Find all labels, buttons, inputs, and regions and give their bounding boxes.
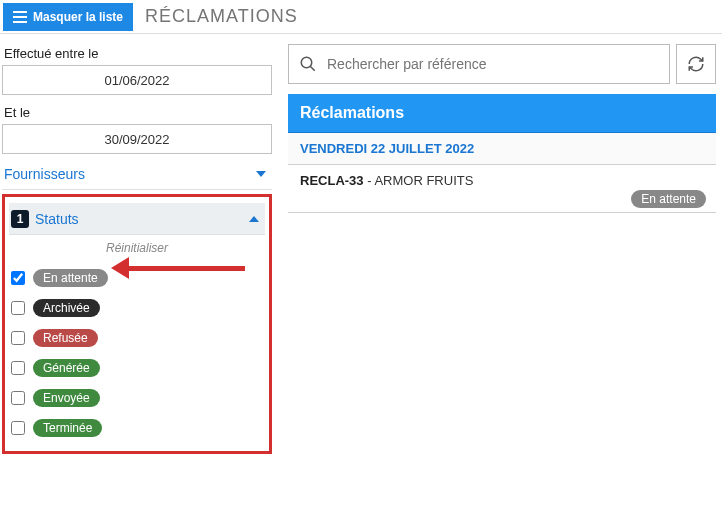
menu-icon xyxy=(13,11,27,23)
svg-rect-2 xyxy=(13,21,27,23)
status-checkbox[interactable] xyxy=(11,421,25,435)
date-to-label: Et le xyxy=(2,99,272,124)
status-tag: Refusée xyxy=(33,329,98,347)
status-tag: Envoyée xyxy=(33,389,100,407)
status-count-badge: 1 xyxy=(11,210,29,228)
date-from-label: Effectué entre le xyxy=(2,40,272,65)
status-checkbox[interactable] xyxy=(11,271,25,285)
search-icon xyxy=(299,55,317,73)
panel-title: Réclamations xyxy=(288,94,716,133)
search-box[interactable] xyxy=(288,44,670,84)
status-item-archivee[interactable]: Archivée xyxy=(9,293,265,323)
reclamation-row[interactable]: RECLA-33 - ARMOR FRUITS En attente xyxy=(288,165,716,213)
hide-list-label: Masquer la liste xyxy=(33,10,123,24)
refresh-icon xyxy=(687,55,705,73)
sidebar: Effectué entre le 01/06/2022 Et le 30/09… xyxy=(0,34,278,454)
status-dropdown[interactable]: 1 Statuts xyxy=(9,203,265,235)
content-area: Réclamations VENDREDI 22 JUILLET 2022 RE… xyxy=(278,34,722,454)
date-to-input[interactable]: 30/09/2022 xyxy=(2,124,272,154)
status-item-envoyee[interactable]: Envoyée xyxy=(9,383,265,413)
page-title: RÉCLAMATIONS xyxy=(145,6,298,27)
reclamation-status-badge: En attente xyxy=(631,190,706,208)
status-item-refusee[interactable]: Refusée xyxy=(9,323,265,353)
status-tag: En attente xyxy=(33,269,108,287)
svg-line-4 xyxy=(310,66,315,71)
status-checkbox[interactable] xyxy=(11,391,25,405)
reclamation-sep: - xyxy=(364,173,375,188)
reclamation-name: ARMOR FRUITS xyxy=(374,173,473,188)
status-item-generee[interactable]: Générée xyxy=(9,353,265,383)
reclamation-code: RECLA-33 xyxy=(300,173,364,188)
refresh-button[interactable] xyxy=(676,44,716,84)
status-title: Statuts xyxy=(35,211,79,227)
status-tag: Terminée xyxy=(33,419,102,437)
suppliers-label: Fournisseurs xyxy=(4,166,85,182)
suppliers-dropdown[interactable]: Fournisseurs xyxy=(2,158,272,190)
status-checkbox[interactable] xyxy=(11,301,25,315)
svg-rect-1 xyxy=(13,16,27,18)
status-filter-panel: 1 Statuts Réinitialiser En attente Archi… xyxy=(2,194,272,454)
status-checkbox[interactable] xyxy=(11,361,25,375)
reset-link[interactable]: Réinitialiser xyxy=(9,235,265,263)
results-date-header: VENDREDI 22 JUILLET 2022 xyxy=(288,133,716,165)
svg-point-3 xyxy=(301,57,312,68)
date-from-input[interactable]: 01/06/2022 xyxy=(2,65,272,95)
search-input[interactable] xyxy=(327,56,659,72)
status-checkbox[interactable] xyxy=(11,331,25,345)
svg-rect-0 xyxy=(13,11,27,13)
status-tag: Générée xyxy=(33,359,100,377)
hide-list-button[interactable]: Masquer la liste xyxy=(3,3,133,31)
status-tag: Archivée xyxy=(33,299,100,317)
chevron-down-icon xyxy=(256,171,266,177)
chevron-up-icon xyxy=(249,216,259,222)
status-item-terminee[interactable]: Terminée xyxy=(9,413,265,443)
status-item-en-attente[interactable]: En attente xyxy=(9,263,265,293)
